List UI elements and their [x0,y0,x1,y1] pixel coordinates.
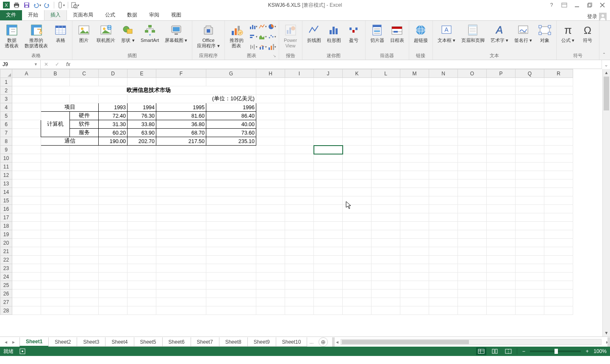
chart-combo-button[interactable]: ▾ [258,43,267,51]
cell-L3[interactable] [372,95,400,103]
cell-F25[interactable] [156,281,206,290]
cell-Q19[interactable] [516,230,544,239]
cell-J12[interactable] [314,171,343,179]
cell-F10[interactable] [156,154,206,163]
tab-数据[interactable]: 数据 [121,10,143,20]
cell-H19[interactable] [256,230,285,239]
cell-N2[interactable] [429,86,458,95]
cell-G21[interactable] [206,247,256,256]
chart-line-button[interactable]: ▾ [258,22,267,31]
cell-L17[interactable] [372,213,400,222]
sheet-tab-Sheet4[interactable]: Sheet4 [105,337,134,347]
cell-A19[interactable] [12,230,41,239]
cell-O18[interactable] [458,222,487,230]
name-box[interactable]: J9 ▼ [0,60,41,69]
cell-A11[interactable] [12,163,41,171]
cell-O14[interactable] [458,188,487,196]
row-header-1[interactable]: 1 [0,78,12,86]
online-button[interactable]: 联机图片 [94,22,117,51]
pivot-button[interactable]: 数据 透视表 [3,22,21,51]
cell-C1[interactable] [70,78,99,86]
cell-K20[interactable] [343,239,372,247]
cell-P21[interactable] [487,247,516,256]
cell-H2[interactable] [256,86,285,95]
cell-B3[interactable] [41,95,70,103]
cell-D3[interactable] [99,95,128,103]
cell-J17[interactable] [314,213,343,222]
cell-L22[interactable] [372,256,400,264]
cell-O11[interactable] [458,163,487,171]
cell-L7[interactable] [372,129,400,137]
cell-P19[interactable] [487,230,516,239]
col-header-K[interactable]: K [343,69,372,78]
cell-M12[interactable] [400,171,429,179]
cell-F11[interactable] [156,163,206,171]
col-header-F[interactable]: F [156,69,206,78]
cell-O28[interactable] [458,306,487,315]
cell-Q14[interactable] [516,188,544,196]
cell-A16[interactable] [12,205,41,213]
col-header-M[interactable]: M [400,69,429,78]
add-sheet-button[interactable]: ⊕ [319,337,328,347]
sline-button[interactable]: 折线图 [305,22,323,51]
cell-O16[interactable] [458,205,487,213]
cell-E12[interactable] [128,171,156,179]
row-header-25[interactable]: 25 [0,281,12,290]
cell-Q8[interactable] [516,137,544,146]
tab-视图[interactable]: 视图 [165,10,187,20]
cell-O17[interactable] [458,213,487,222]
cell-K5[interactable] [343,112,372,120]
cell-J11[interactable] [314,163,343,171]
cell-L23[interactable] [372,264,400,273]
cell-L25[interactable] [372,281,400,290]
cell-F4[interactable]: 1995 [156,103,206,112]
cell-C9[interactable] [70,146,99,154]
cell-K9[interactable] [343,146,372,154]
cell-J16[interactable] [314,205,343,213]
cell-P17[interactable] [487,213,516,222]
cell-F20[interactable] [156,239,206,247]
macro-record-icon[interactable] [19,348,25,354]
cell-D5[interactable]: 72.40 [99,112,128,120]
cell-B13[interactable] [41,179,70,188]
cell-K7[interactable] [343,129,372,137]
cell-M25[interactable] [400,281,429,290]
cell-P8[interactable] [487,137,516,146]
spreadsheet-grid[interactable]: ABCDEFGHIJKLMNOPQR12欧洲信息技术市场3(单位：10亿美元)4… [0,69,610,336]
cell-N7[interactable] [429,129,458,137]
cell-E5[interactable]: 76.30 [128,112,156,120]
cell-B1[interactable] [41,78,70,86]
cell-K26[interactable] [343,290,372,298]
cell-O22[interactable] [458,256,487,264]
cell-H3[interactable] [256,95,285,103]
cell-R19[interactable] [544,230,573,239]
cell-A10[interactable] [12,154,41,163]
cell-F18[interactable] [156,222,206,230]
cell-Q2[interactable] [516,86,544,95]
redo-icon[interactable] [42,0,52,10]
sheet-tab-Sheet7[interactable]: Sheet7 [191,337,219,347]
cell-L10[interactable] [372,154,400,163]
cell-B15[interactable] [41,196,70,205]
cell-E8[interactable]: 202.70 [128,137,156,146]
cell-Q26[interactable] [516,290,544,298]
cell-N24[interactable] [429,273,458,281]
row-header-6[interactable]: 6 [0,120,12,129]
cell-R17[interactable] [544,213,573,222]
row-header-20[interactable]: 20 [0,239,12,247]
cell-I9[interactable] [285,146,314,154]
cell-K8[interactable] [343,137,372,146]
cell-Q16[interactable] [516,205,544,213]
cell-H13[interactable] [256,179,285,188]
cell-A3[interactable] [12,95,41,103]
cell-O1[interactable] [458,78,487,86]
chart-pie-button[interactable]: ▾ [268,22,276,31]
tab-插入[interactable]: 插入 [44,10,67,20]
cell-R24[interactable] [544,273,573,281]
cell-R11[interactable] [544,163,573,171]
cell-I16[interactable] [285,205,314,213]
row-header-8[interactable]: 8 [0,137,12,146]
cell-C6[interactable]: 软件 [70,120,99,129]
cell-J23[interactable] [314,264,343,273]
cell-L11[interactable] [372,163,400,171]
